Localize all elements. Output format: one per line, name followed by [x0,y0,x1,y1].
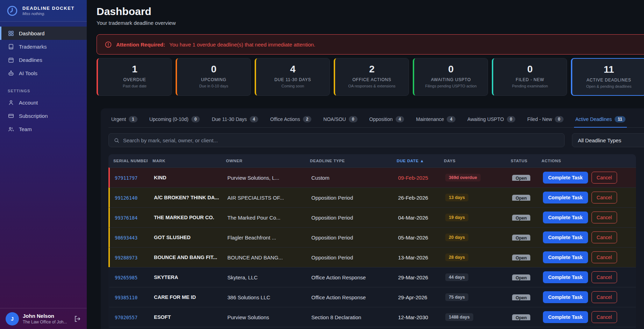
cancel-button[interactable]: Cancel [592,192,617,203]
serial-link[interactable]: 99288973 [115,255,137,260]
col-due-date-sort[interactable]: DUE DATE ▲ [392,159,439,163]
user-organization: The Law Office of Joh... [23,320,70,324]
stat-label: DUE 11-30 DAYS [256,77,330,82]
tab-urgent[interactable]: Urgent1 [111,116,137,123]
days-badge: 75 days [445,293,468,301]
tab-upcoming[interactable]: Upcoming (0-10d)0 [149,116,200,123]
owner-cell: Purview Solutions, L... [222,175,306,181]
stat-sublabel: Filings pending USPTO action [414,84,488,88]
serial-link[interactable]: 99265985 [115,275,137,280]
due-date-cell: 05-Mar-2026 [393,235,440,241]
stat-label: UPCOMING [177,77,250,82]
deadline-type-cell: Opposition Period [306,195,393,201]
tab-awaiting-uspto[interactable]: Awaiting USPTO0 [467,116,515,123]
tab-active-deadlines[interactable]: Active Deadlines11 [575,116,625,123]
col-deadline-type: DEADLINE TYPE [305,159,392,163]
credit-card-icon [8,113,14,119]
main-content: Dashboard Your trademark deadline overvi… [87,0,644,329]
sidebar-item-team[interactable]: Team [0,122,87,136]
tab-opposition[interactable]: Opposition4 [369,116,404,123]
cancel-button[interactable]: Cancel [592,271,617,283]
complete-task-button[interactable]: Complete Task [543,311,588,323]
filter-tabs: Urgent1 Upcoming (0-10d)0 Due 11-30 Days… [108,114,644,128]
stat-card-due-11-30[interactable]: 4 DUE 11-30 DAYS Coming soon [255,58,330,96]
sidebar-item-ai-tools[interactable]: AI Tools [0,66,87,80]
stat-cards-row: 1 OVERDUE Past due date 0 UPCOMING Due i… [97,58,644,96]
stat-value: 1 [98,64,171,75]
stat-card-active-deadlines[interactable]: 11 ACTIVE DEADLINES Open & pending deadl… [571,58,644,96]
col-actions: ACTIONS [537,159,566,163]
stat-card-awaiting-uspto[interactable]: 0 AWAITING USPTO Filings pending USPTO a… [413,58,488,96]
cancel-button[interactable]: Cancel [592,231,617,243]
stat-sublabel: Pending examination [493,84,567,88]
serial-link[interactable]: 99376184 [115,215,137,221]
stat-card-upcoming[interactable]: 0 UPCOMING Due in 0-10 days [176,58,251,96]
due-date-cell: 26-Feb-2026 [393,195,440,201]
complete-task-button[interactable]: Complete Task [543,231,588,243]
tab-label: Upcoming (0-10d) [149,116,189,122]
sidebar-item-label: Subscription [19,113,48,119]
serial-link[interactable]: 97911797 [115,175,137,181]
search-input[interactable] [123,137,559,143]
complete-task-button[interactable]: Complete Task [543,192,588,203]
stat-value: 0 [493,64,567,75]
owner-cell: BOUNCE AND BANG... [222,255,306,260]
sidebar-item-account[interactable]: Account [0,96,87,109]
tab-label: Urgent [111,116,126,122]
search-box [108,133,565,147]
stat-card-filed-new[interactable]: 0 FILED - NEW Pending examination [492,58,567,96]
stat-card-overdue[interactable]: 1 OVERDUE Past due date [97,58,172,96]
serial-link[interactable]: 99126140 [115,195,137,201]
owner-cell: Skytera, LLC [222,274,306,280]
days-badge: 19 days [445,214,468,221]
complete-task-button[interactable]: Complete Task [543,212,588,223]
cancel-button[interactable]: Cancel [592,212,617,223]
deadlines-table: SERIAL NUMBER MARK OWNER DEADLINE TYPE D… [108,154,636,329]
alert-circle-icon [105,41,112,48]
deadline-type-cell: Office Action Response [306,274,393,280]
app-root: DEADLINE DOCKET Miss nothing. Dashboard … [0,0,644,329]
due-date-cell: 13-Mar-2026 [393,255,440,260]
stat-value: 4 [256,64,330,75]
tab-office-actions[interactable]: Office Actions2 [270,116,311,123]
cancel-button[interactable]: Cancel [592,291,617,303]
cancel-button[interactable]: Cancel [592,251,617,263]
deadline-type-filter[interactable]: All Deadline Types [572,133,644,147]
col-days: DAYS [439,159,506,163]
tab-count-badge: 0 [555,116,564,122]
sidebar-item-trademarks[interactable]: Trademarks [0,40,87,53]
tab-noa-sou[interactable]: NOA/SOU0 [323,116,357,123]
serial-link[interactable]: 98693443 [115,235,137,241]
app-tagline: Miss nothing. [22,12,75,16]
sidebar-item-label: Deadlines [19,57,42,63]
page-subtitle: Your trademark deadline overview [97,20,644,26]
sidebar-item-deadlines[interactable]: Deadlines [0,53,87,66]
stat-sublabel: Open & pending deadlines [572,84,644,88]
sidebar-item-subscription[interactable]: Subscription [0,109,87,122]
stat-label: AWAITING USPTO [414,77,488,82]
deadline-type-filter-value: All Deadline Types [578,137,621,143]
cancel-button[interactable]: Cancel [592,172,617,184]
col-owner: OWNER [221,159,305,163]
tab-maintenance[interactable]: Maintenance4 [416,116,455,123]
tab-label: Due 11-30 Days [212,116,247,122]
cancel-button[interactable]: Cancel [592,311,617,323]
tab-filed-new[interactable]: Filed - New0 [527,116,563,123]
table-row: 99126140 A/C BROKEN? THINK DA... AIR SPE… [108,187,636,207]
tab-count-badge: 2 [303,116,312,122]
complete-task-button[interactable]: Complete Task [543,251,588,263]
stat-value: 0 [177,64,250,75]
serial-link[interactable]: 97020557 [115,315,137,320]
col-status: STATUS [506,159,537,163]
table-row: 99265985 SKYTERA Skytera, LLC Office Act… [108,267,636,287]
sidebar-item-dashboard[interactable]: Dashboard [0,27,87,40]
stat-card-office-actions[interactable]: 2 OFFICE ACTIONS OA responses & extensio… [334,58,409,96]
settings-section-label: SETTINGS [8,89,87,93]
complete-task-button[interactable]: Complete Task [543,291,588,303]
logout-icon[interactable] [73,315,81,323]
complete-task-button[interactable]: Complete Task [543,172,588,184]
serial-link[interactable]: 99385110 [115,295,137,300]
tab-due-11-30[interactable]: Due 11-30 Days4 [212,116,258,123]
complete-task-button[interactable]: Complete Task [543,271,588,283]
tab-count-badge: 4 [447,116,455,122]
